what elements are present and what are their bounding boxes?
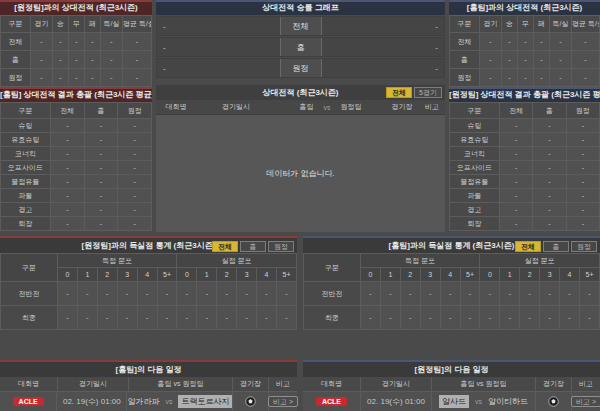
row-label: 홈 xyxy=(450,51,480,69)
table-row: 원정 - - - - - - xyxy=(450,69,600,87)
bin-header: 5+ xyxy=(276,268,296,282)
stat-cell: - xyxy=(118,161,152,175)
stat-cell: - xyxy=(237,306,257,330)
stat-cell: - xyxy=(361,282,381,306)
table-row: 전체 - - - - - - xyxy=(450,33,600,51)
section-title: [홈팀]과의 득실점 통계 (최근3시즌) xyxy=(389,240,515,251)
col-header: 승 xyxy=(53,16,69,33)
filter-5games-button[interactable]: 5경기 xyxy=(414,87,442,98)
stat-cell: - xyxy=(137,306,157,330)
stat-cell: - xyxy=(518,51,534,69)
col-header: 무 xyxy=(518,16,534,33)
stat-cell: - xyxy=(572,69,600,87)
stat-cell: - xyxy=(101,33,123,51)
stat-cell: - xyxy=(51,203,85,217)
filter-all-button[interactable]: 전체 xyxy=(515,241,541,252)
stat-cell: - xyxy=(566,133,599,147)
filter-away-button[interactable]: 원정 xyxy=(571,241,597,252)
stat-cell: - xyxy=(550,51,572,69)
col-header: 원정 xyxy=(566,103,599,119)
filter-all-button[interactable]: 전체 xyxy=(386,87,412,98)
stat-cell: - xyxy=(123,33,152,51)
league-cell: ACLE xyxy=(0,392,56,411)
stat-cell: - xyxy=(572,51,600,69)
col-header: 홈 xyxy=(533,103,566,119)
col-header: 득/실 xyxy=(550,16,572,33)
bin-header: 1 xyxy=(77,268,97,282)
league-cell: ACLE xyxy=(303,392,360,411)
table-row: 최종 ------ ------ xyxy=(304,306,600,330)
filter-home-button[interactable]: 홈 xyxy=(240,241,266,252)
stat-cell: - xyxy=(77,306,97,330)
col-header-note: 비고 xyxy=(419,102,445,112)
stat-cell: - xyxy=(566,189,599,203)
group-header-scored: 득점 분포 xyxy=(361,254,480,268)
stat-cell: - xyxy=(137,282,157,306)
stat-cell: - xyxy=(237,282,257,306)
bin-header: 4 xyxy=(137,268,157,282)
stat-cell: - xyxy=(51,217,85,231)
stat-cell: - xyxy=(51,161,85,175)
header-row: 구분 득점 분포 실점 분포 xyxy=(304,254,600,268)
bin-header: 0 xyxy=(361,268,381,282)
row-label: 최종 xyxy=(1,306,58,330)
stat-cell: - xyxy=(579,306,599,330)
col-header: 승 xyxy=(502,16,518,33)
col-header-note: 비고 xyxy=(268,377,297,391)
home-winrate-value: - xyxy=(157,17,280,35)
group-header-conceded: 실점 분포 xyxy=(177,254,297,268)
section-header: [홈팀]과의 득실점 통계 (최근3시즌) 전체 홈 원정 xyxy=(303,236,600,253)
bin-header: 4 xyxy=(257,268,277,282)
graph-row-away: - 원정 - xyxy=(156,58,445,78)
panel-winrate-graph: 상대전적 승률 그래프 - 전체 - - 홈 - - 원정 - xyxy=(156,0,445,78)
bin-header: 2 xyxy=(97,268,117,282)
col-header-away: 원정팀 xyxy=(341,102,362,112)
header-row: 구분 경기 승 무 패 득/실 평균 득/실 xyxy=(450,16,600,33)
empty-message: 데이터가 없습니다. xyxy=(266,168,334,179)
bin-header: 3 xyxy=(237,268,257,282)
schedule-row: ACLE 02. 19(수) 01:00 알사드 vs 알이티하드 비고 > xyxy=(303,391,600,411)
stat-cell: - xyxy=(276,282,296,306)
filter-home-button[interactable]: 홈 xyxy=(543,241,569,252)
col-header: 구분 xyxy=(1,254,58,282)
bin-header: 1 xyxy=(380,268,400,282)
row-label: 경고 xyxy=(450,203,500,217)
panel-record-vs-hometeam: [홈팀]과의 상대전적 (최근3시즌) 구분 경기 승 무 패 득/실 평균 득… xyxy=(449,0,600,87)
section-header: [원정팀]과의 득실점 통계 (최근3시즌) 전체 홈 원정 xyxy=(0,236,297,253)
stat-cell: - xyxy=(118,133,152,147)
col-header-note: 비고 xyxy=(571,377,600,391)
col-header: 구분 xyxy=(450,16,480,33)
record-table: 구분 경기 승 무 패 득/실 평균 득/실 전체 - - - - - - xyxy=(0,15,152,87)
col-header: 평균 득/실 xyxy=(123,16,152,33)
stat-cell: - xyxy=(440,306,460,330)
stat-cell: - xyxy=(361,306,381,330)
home-team-name: 알가라파 xyxy=(127,396,159,407)
stat-cell: - xyxy=(51,133,85,147)
stat-cell: - xyxy=(500,217,533,231)
col-header: 득/실 xyxy=(101,16,123,33)
record-table: 구분 경기 승 무 패 득/실 평균 득/실 전체 - - - - - - xyxy=(449,15,600,87)
datetime-cell: 02. 19(수) 01:00 xyxy=(56,392,126,411)
table-row: 파울--- xyxy=(450,189,600,203)
col-header: 전체 xyxy=(500,103,533,119)
row-label: 전반전 xyxy=(304,282,361,306)
col-header: 경기 xyxy=(480,16,502,33)
stat-cell: - xyxy=(77,282,97,306)
stat-cell: - xyxy=(572,33,600,51)
table-row: 전체 - - - - - - xyxy=(1,33,152,51)
note-button[interactable]: 비고 > xyxy=(268,396,298,407)
filter-away-button[interactable]: 원정 xyxy=(268,241,294,252)
table-row: 홈 - - - - - - xyxy=(450,51,600,69)
bin-header: 2 xyxy=(400,268,420,282)
note-button[interactable]: 비고 > xyxy=(571,396,600,407)
section-header: 상대전적 (최근3시즌) 전체 5경기 xyxy=(156,85,445,100)
filter-all-button[interactable]: 전체 xyxy=(212,241,238,252)
stat-cell: - xyxy=(460,306,480,330)
stat-cell: - xyxy=(460,282,480,306)
table-row: 전반전 ------ ------ xyxy=(1,282,297,306)
bin-header: 3 xyxy=(117,268,137,282)
col-header: 전체 xyxy=(51,103,85,119)
stat-cell: - xyxy=(51,189,85,203)
stat-cell: - xyxy=(101,69,123,87)
row-label: 원정 xyxy=(1,69,31,87)
